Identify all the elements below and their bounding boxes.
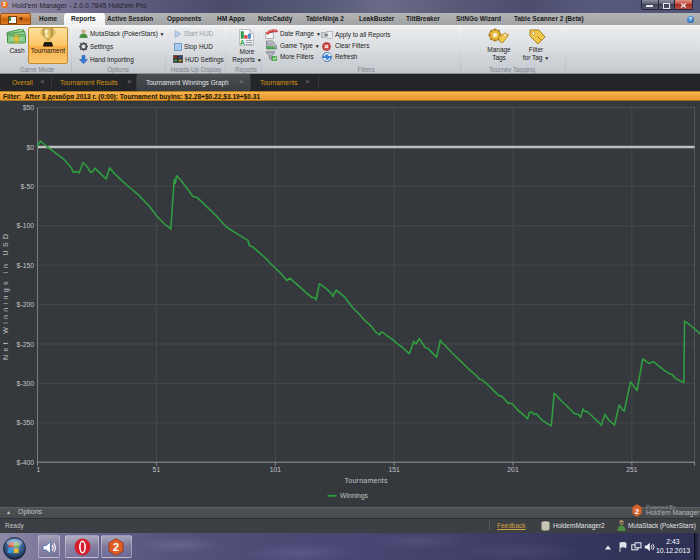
- svg-text:201: 201: [507, 466, 519, 473]
- svg-text:Winnings: Winnings: [340, 492, 369, 500]
- svg-text:251: 251: [626, 466, 638, 473]
- svg-text:$-250: $-250: [17, 341, 35, 348]
- svg-text:101: 101: [270, 466, 282, 473]
- svg-text:51: 51: [153, 466, 161, 473]
- svg-text:1: 1: [37, 466, 41, 473]
- svg-text:$-150: $-150: [17, 262, 35, 269]
- svg-text:$-50: $-50: [20, 183, 34, 190]
- svg-text:$-350: $-350: [17, 419, 35, 426]
- svg-text:A: A: [240, 39, 245, 46]
- svg-text:151: 151: [388, 466, 400, 473]
- svg-text:2: 2: [635, 507, 640, 516]
- svg-text:$0: $0: [26, 144, 34, 151]
- svg-text:$-100: $-100: [17, 222, 35, 229]
- svg-text:$50: $50: [23, 104, 35, 111]
- svg-text:$-400: $-400: [17, 459, 35, 466]
- svg-text:Tournaments: Tournaments: [345, 477, 389, 484]
- svg-text:$-300: $-300: [17, 380, 35, 387]
- svg-text:2: 2: [113, 541, 119, 553]
- svg-text:$-200: $-200: [17, 301, 35, 308]
